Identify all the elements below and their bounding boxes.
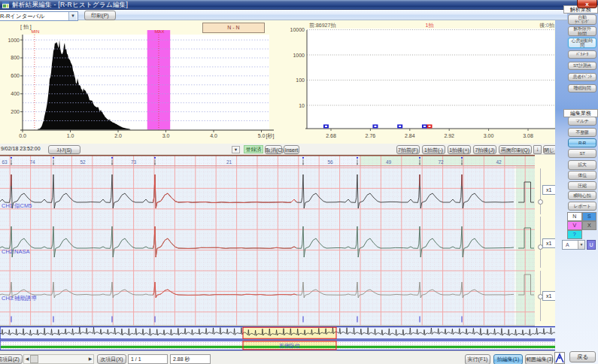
hr-number: 73	[131, 159, 137, 165]
ecg-strips[interactable]: 637452732156497242CH1:似CM5CH2:NASACH3:補助…	[0, 155, 566, 350]
beat-marker-dot	[53, 157, 54, 159]
window-title: 解析結果編集 - [R-Rヒストグラム編集]	[12, 1, 128, 10]
beat-marker-dot	[11, 157, 12, 159]
ecg-panel: 637452732156497242CH1:似CM5CH2:NASACH3:補助…	[0, 155, 566, 350]
horizontal-scrollbar[interactable]: ◀ ▶	[23, 354, 94, 364]
back-button[interactable]: 戻る	[569, 351, 596, 362]
nn-mode-button[interactable]: N - N	[202, 23, 265, 33]
next-item-button[interactable]: 次項目(X)	[97, 354, 126, 364]
down-arrow-button[interactable]: ↓	[533, 145, 542, 154]
rr-histogram-chart[interactable]: MINMAX2004006008001000[ 拍 ]0.01.02.03.04…	[0, 20, 560, 144]
svg-text:5.0: 5.0	[258, 133, 266, 138]
store-button[interactable]: ｽﾄｱ(S)	[48, 145, 80, 154]
sidebar-item-report[interactable]: レポート	[568, 202, 596, 211]
svg-text:200: 200	[11, 109, 20, 114]
svg-text:後:0拍: 後:0拍	[539, 23, 554, 28]
previous-item-button[interactable]: 前項目(Z)	[0, 354, 23, 364]
svg-text:1.0: 1.0	[67, 133, 74, 138]
sidebar-item-r-r[interactable]: R-R	[568, 138, 596, 147]
view-selector[interactable]: R-Rインターバル	[0, 11, 78, 21]
charts-panel: MINMAX2004006008001000[ 拍 ]0.01.02.03.04…	[0, 20, 560, 144]
sidebar-item-multi[interactable]: マルチ	[568, 117, 596, 126]
svg-text:2.92: 2.92	[444, 133, 454, 138]
beat-class-x[interactable]: X	[582, 221, 597, 230]
gain-slider-handle-ch1[interactable]	[538, 199, 543, 205]
beat-class-u-button[interactable]: U	[587, 240, 596, 250]
forward-1-beat-button[interactable]: 1拍後(+)	[448, 145, 471, 154]
insert-button[interactable]: Insert	[284, 145, 299, 154]
beat-marker-dot	[461, 157, 463, 159]
application-window: 解析業務自動ﾗﾍﾞﾘﾝｸﾞ解析除外時間心房細動時間ﾊﾟﾗﾒｰﾀST計測点患者ｲﾍ…	[0, 0, 598, 364]
scrollbar-thumb[interactable]	[30, 355, 38, 363]
beat-marker-dot	[111, 157, 113, 159]
sidebar-header-edit: 編集業務	[563, 109, 598, 117]
svg-text:2.0: 2.0	[114, 133, 122, 138]
sidebar-item-sleep-time[interactable]: 睡眠時間	[568, 84, 596, 93]
sidebar-item-st-measure-point[interactable]: ST計測点	[568, 62, 596, 70]
range-edit-button[interactable]: 範囲編集(3)	[525, 354, 553, 364]
svg-text:1000: 1000	[8, 38, 20, 43]
beat-class-a-arrow-icon[interactable]: ▼	[578, 241, 584, 249]
execute-button[interactable]: 実行(F1)	[465, 354, 490, 364]
svg-text:[秒]: [秒]	[266, 133, 275, 139]
cancel-button[interactable]: 取消(C)	[265, 145, 282, 154]
hr-number: 63	[2, 159, 8, 165]
forward-7-beats-button[interactable]: 7拍後(J)	[473, 145, 496, 154]
beat-class-s[interactable]: S	[582, 212, 597, 221]
title-bar: 解析結果編集 - [R-Rヒストグラム編集]	[0, 0, 598, 10]
beat-caret-tool-button[interactable]	[554, 352, 565, 364]
sidebar-item-compression[interactable]: 圧縮	[568, 181, 596, 190]
svg-text:0.0: 0.0	[19, 133, 26, 138]
gain-slider-track-ch1[interactable]	[540, 168, 541, 214]
beat-class-a-combo[interactable]: A▼	[562, 240, 585, 250]
svg-text:10: 10	[299, 103, 305, 108]
sidebar-item-patient-event[interactable]: 患者ｲﾍﾞﾝﾄ	[568, 73, 596, 81]
gain-slider-track-ch2[interactable]	[540, 217, 541, 268]
back-1-beat-button[interactable]: 1拍前(-)	[422, 145, 445, 154]
scrollbar-left-arrow-icon[interactable]: ◀	[24, 355, 30, 363]
sidebar-item-analysis-exclusion-time[interactable]: 解析除外時間	[568, 26, 596, 36]
page-indicator-field: 1 / 1	[128, 354, 168, 364]
screen-print-button[interactable]: 画面印刷(Q)	[499, 145, 532, 154]
beat-edit-button[interactable]: 拍編集(1)	[493, 354, 523, 364]
close-button[interactable]: x	[577, 0, 597, 8]
svg-text:[ 拍 ]: [ 拍 ]	[20, 24, 32, 30]
store-dropdown-arrow-icon[interactable]: ▼	[232, 146, 240, 153]
back-7-beats-button[interactable]: 7拍前(F)	[396, 145, 420, 154]
svg-text:600: 600	[11, 73, 20, 78]
sidebar-item-zoom[interactable]: 拡大	[568, 160, 596, 170]
scrollbar-right-arrow-icon[interactable]: ▶	[87, 355, 93, 363]
hr-number: 42	[496, 159, 502, 165]
svg-text:10000: 10000	[290, 27, 305, 32]
beat-class-v[interactable]: V	[567, 221, 582, 230]
sidebar-item-body-position[interactable]: 体位	[568, 171, 596, 180]
svg-text:3.08: 3.08	[523, 133, 533, 138]
svg-text:前:86927拍: 前:86927拍	[309, 23, 335, 28]
sidebar-item-instant-hr[interactable]: 瞬時心拍	[568, 191, 596, 200]
hr-number: 74	[29, 159, 35, 165]
strip-datetime: 9/02/18 23:52:00	[1, 146, 41, 151]
beat-class-?[interactable]: ?	[567, 230, 582, 239]
print-button[interactable]: 印刷(P)	[84, 11, 116, 20]
sidebar-item-st[interactable]: ST	[568, 149, 596, 158]
beat-class-n[interactable]: N	[567, 212, 582, 221]
channel-label-ch3: CH3:補助誘導	[2, 295, 38, 302]
registered-badge: 登録済	[244, 145, 263, 153]
sidebar-item-auto-labeling[interactable]: 自動ﾗﾍﾞﾘﾝｸﾞ	[568, 14, 596, 25]
sidebar-item-afib-time[interactable]: 心房細動時間	[568, 38, 596, 48]
sidebar-item-arrhythmia[interactable]: 不整脈	[568, 128, 596, 137]
svg-text:400: 400	[11, 91, 20, 96]
channel-label-ch2: CH2:NASA	[2, 248, 30, 255]
bottom-status-bar: 前項目(Z) ◀ ▶ 次項目(X) 1 / 1 2.88 秒 実行(F1) 拍編…	[0, 350, 557, 364]
svg-text:3.0: 3.0	[162, 133, 170, 138]
svg-text:4.0: 4.0	[210, 133, 217, 138]
beat-marker-dot	[302, 157, 304, 159]
hr-number: 49	[386, 159, 392, 165]
svg-text:1拍: 1拍	[426, 23, 434, 28]
view-selector-arrow-icon[interactable]: ▼	[68, 12, 77, 20]
sidebar-item-parameter[interactable]: ﾊﾟﾗﾒｰﾀ	[568, 50, 596, 59]
store-toolbar: 9/02/18 23:52:00 ｽﾄｱ(S) ▼ 登録済 取消(C) Inse…	[0, 144, 567, 155]
hr-number: 52	[80, 159, 86, 165]
beat-marker-dot	[154, 157, 156, 159]
svg-text:3.00: 3.00	[484, 133, 494, 138]
